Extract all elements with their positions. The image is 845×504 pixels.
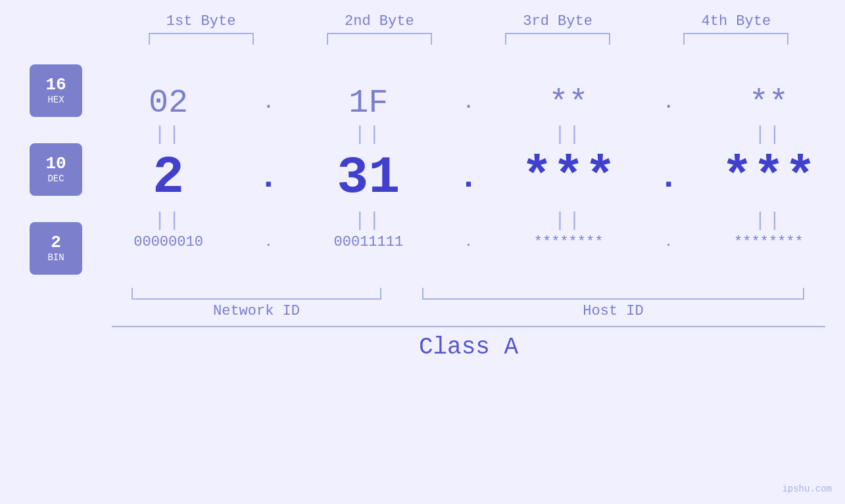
bracket1 [135, 33, 267, 45]
hex-b2: 1F [302, 84, 434, 122]
hex-badge-label: HEX [47, 95, 64, 105]
hex-b3: ** [503, 84, 635, 122]
bin-dot3: . [656, 235, 682, 250]
network-id-label: Network ID [213, 303, 300, 319]
equals-row-1: || || || || [92, 122, 845, 148]
hex-badge: 16 HEX [30, 64, 82, 117]
eq1-b3: || [503, 124, 635, 146]
hex-b1: 02 [103, 84, 234, 122]
dec-b1: 2 [103, 148, 234, 208]
dec-badge-num: 10 [45, 155, 66, 172]
byte3-header: 3rd Byte [492, 13, 623, 30]
bracket3 [492, 33, 623, 45]
watermark: ipshu.com [782, 484, 832, 494]
equals-row-2: || || || || [92, 208, 845, 234]
bracket4 [670, 33, 802, 45]
byte-headers: 1st Byte 2nd Byte 3rd Byte 4th Byte [0, 13, 845, 30]
class-divider [112, 326, 825, 327]
bin-b3: ******** [503, 234, 635, 250]
network-id-bracket [132, 288, 381, 300]
top-brackets [0, 33, 845, 45]
dec-b2: 31 [302, 148, 434, 208]
hex-dot3: . [656, 91, 682, 114]
eq2-b4: || [703, 210, 834, 232]
eq1-b2: || [302, 124, 434, 146]
bin-b4: ******** [703, 234, 834, 250]
hex-row: 02 . 1F . ** . ** [92, 84, 845, 122]
dec-b4: *** [703, 148, 834, 208]
bin-row: 00000010 . 00011111 . ******** . *******… [92, 234, 845, 250]
class-label: Class A [112, 334, 825, 361]
eq2-b2: || [302, 210, 434, 232]
bin-badge: 2 BIN [30, 222, 82, 275]
dec-dot1: . [255, 159, 281, 196]
bin-badge-label: BIN [47, 252, 64, 263]
hex-badge-num: 16 [45, 76, 66, 93]
bin-dot2: . [455, 235, 481, 250]
eq1-b4: || [703, 124, 834, 146]
dec-badge-label: DEC [47, 173, 64, 184]
eq1-b1: || [103, 124, 234, 146]
bin-b2: 00011111 [302, 234, 434, 250]
body-row: 16 HEX 10 DEC 2 BIN 02 . 1F . ** . ** [0, 45, 845, 288]
hex-dot1: . [255, 91, 281, 114]
host-id-label: Host ID [583, 303, 643, 319]
byte2-header: 2nd Byte [314, 13, 445, 30]
hex-dot2: . [455, 91, 481, 114]
hex-b4: ** [703, 84, 834, 122]
eq2-b3: || [503, 210, 635, 232]
network-id-group: Network ID [112, 288, 401, 319]
dec-dot2: . [455, 159, 481, 196]
main-container: 1st Byte 2nd Byte 3rd Byte 4th Byte 16 H… [0, 0, 845, 504]
bin-badge-num: 2 [51, 234, 61, 251]
bracket2 [314, 33, 445, 45]
byte4-header: 4th Byte [670, 13, 802, 30]
host-id-bracket [422, 288, 804, 300]
bottom-bracket-area: Network ID Host ID [0, 288, 845, 319]
dec-dot3: . [656, 159, 682, 196]
dec-b3: *** [503, 148, 635, 208]
class-section: Class A [0, 326, 845, 361]
rows-content: 02 . 1F . ** . ** || || || || 2 . [92, 78, 845, 256]
byte1-header: 1st Byte [135, 13, 267, 30]
eq2-b1: || [103, 210, 234, 232]
dec-row: 2 . 31 . *** . *** [92, 148, 845, 208]
dec-badge: 10 DEC [30, 143, 82, 196]
host-id-group: Host ID [401, 288, 825, 319]
badges-column: 16 HEX 10 DEC 2 BIN [0, 45, 92, 288]
bin-dot1: . [255, 235, 281, 250]
bin-b1: 00000010 [103, 234, 234, 250]
